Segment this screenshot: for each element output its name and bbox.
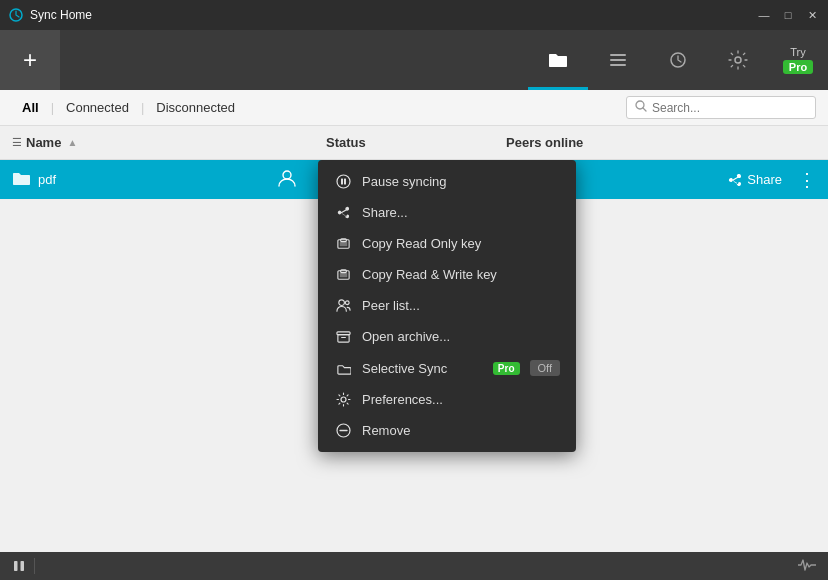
share-button[interactable]: Share <box>727 172 782 188</box>
share-label: Share <box>747 172 782 187</box>
ctx-copy-read-only-label: Copy Read Only key <box>362 236 560 251</box>
try-text: Try <box>790 46 805 58</box>
ctx-readwrite-key-icon <box>334 267 352 282</box>
ctx-preferences[interactable]: Preferences... <box>318 384 576 415</box>
column-peers-header: Peers online <box>506 135 816 150</box>
try-pro-button[interactable]: Try Pro <box>768 30 828 90</box>
svg-point-5 <box>735 57 741 63</box>
filter-disconnected-button[interactable]: Disconnected <box>146 96 245 119</box>
svg-rect-20 <box>337 335 348 343</box>
ctx-copy-read-write[interactable]: Copy Read & Write key <box>318 259 576 290</box>
ctx-share[interactable]: Share... <box>318 197 576 228</box>
ctx-peer-list-label: Peer list... <box>362 298 560 313</box>
filter-all-button[interactable]: All <box>12 96 49 119</box>
toolbar-spacer <box>60 30 528 90</box>
pause-icon <box>334 174 352 189</box>
more-options-button[interactable]: ⋮ <box>798 169 816 191</box>
app-title: Sync Home <box>30 8 92 22</box>
ctx-gear-icon <box>334 392 352 407</box>
svg-rect-10 <box>344 179 346 185</box>
ctx-remove-label: Remove <box>362 423 560 438</box>
ctx-pause-label: Pause syncing <box>362 174 560 189</box>
sync-icon <box>8 7 24 23</box>
ctx-copy-read-write-label: Copy Read & Write key <box>362 267 560 282</box>
ctx-open-archive[interactable]: Open archive... <box>318 321 576 352</box>
context-menu: Pause syncing Share... Copy Read Only ke… <box>318 160 576 452</box>
ctx-archive-icon <box>334 329 352 344</box>
ctx-pro-badge: Pro <box>493 362 520 375</box>
title-bar: Sync Home ― □ ✕ <box>0 0 828 30</box>
svg-rect-23 <box>14 561 18 571</box>
svg-rect-3 <box>610 64 626 66</box>
list-tab-button[interactable] <box>588 30 648 90</box>
ctx-remove-icon <box>334 423 352 438</box>
add-button[interactable]: + <box>0 30 60 90</box>
maximize-button[interactable]: □ <box>780 7 796 23</box>
row-folder-icon <box>12 170 30 190</box>
history-tab-button[interactable] <box>648 30 708 90</box>
sort-arrow: ▲ <box>67 137 77 148</box>
svg-point-8 <box>337 175 350 188</box>
status-divider <box>34 558 35 574</box>
close-button[interactable]: ✕ <box>804 7 820 23</box>
svg-point-17 <box>338 300 344 306</box>
svg-rect-15 <box>339 273 347 278</box>
svg-rect-2 <box>610 59 626 61</box>
folder-tab-button[interactable] <box>528 30 588 90</box>
activity-button[interactable] <box>798 558 816 575</box>
svg-point-21 <box>341 397 346 402</box>
pro-badge: Pro <box>783 60 813 74</box>
column-status-header: Status <box>326 135 506 150</box>
table-body: pdf 0 of 0 Share ⋮ <box>0 160 828 552</box>
search-box <box>626 96 816 119</box>
toolbar-icons <box>528 30 768 90</box>
sort-icon[interactable]: ☰ <box>12 136 22 149</box>
ctx-peer-icon <box>334 298 352 313</box>
ctx-pause-syncing[interactable]: Pause syncing <box>318 166 576 197</box>
svg-rect-24 <box>21 561 25 571</box>
ctx-peer-list[interactable]: Peer list... <box>318 290 576 321</box>
toolbar: + Try Pro <box>0 30 828 90</box>
window-controls: ― □ ✕ <box>756 7 820 23</box>
svg-point-18 <box>345 301 349 305</box>
svg-rect-12 <box>339 242 347 247</box>
ctx-copy-read-only[interactable]: Copy Read Only key <box>318 228 576 259</box>
filter-bar: All | Connected | Disconnected <box>0 90 828 126</box>
ctx-preferences-label: Preferences... <box>362 392 560 407</box>
row-name: pdf <box>38 172 278 187</box>
ctx-share-icon <box>334 205 352 220</box>
status-bar-left <box>12 558 35 574</box>
ctx-selective-sync[interactable]: Selective Sync Pro Off <box>318 352 576 384</box>
ctx-toggle[interactable]: Off <box>530 360 560 376</box>
filter-divider-1: | <box>49 100 56 115</box>
ctx-selective-sync-label: Selective Sync <box>362 361 483 376</box>
ctx-share-label: Share... <box>362 205 560 220</box>
row-actions: Share ⋮ <box>727 169 816 191</box>
filter-divider-2: | <box>139 100 146 115</box>
column-name-header: Name ▲ <box>26 135 326 150</box>
ctx-readonly-key-icon <box>334 236 352 251</box>
status-pause-button[interactable] <box>12 559 26 573</box>
svg-rect-1 <box>610 54 626 56</box>
svg-rect-9 <box>341 179 343 185</box>
settings-tab-button[interactable] <box>708 30 768 90</box>
svg-point-7 <box>283 171 291 179</box>
minimize-button[interactable]: ― <box>756 7 772 23</box>
ctx-open-archive-label: Open archive... <box>362 329 560 344</box>
ctx-selective-sync-icon <box>334 361 352 376</box>
search-input[interactable] <box>652 101 807 115</box>
title-bar-left: Sync Home <box>8 7 92 23</box>
table-header: ☰ Name ▲ Status Peers online <box>0 126 828 160</box>
filter-connected-button[interactable]: Connected <box>56 96 139 119</box>
search-icon <box>635 100 647 115</box>
ctx-remove[interactable]: Remove <box>318 415 576 446</box>
status-bar <box>0 552 828 580</box>
